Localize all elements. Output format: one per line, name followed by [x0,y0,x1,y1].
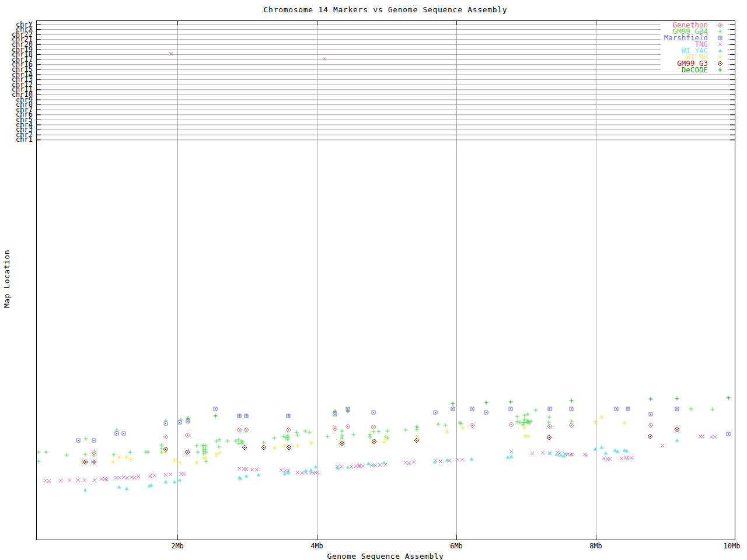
legend-marker-dot [718,48,722,52]
x-axis-tick-label-2Mb: 2Mb [154,542,201,550]
axes [36,20,735,540]
plus-legend-marker-icon [716,66,724,74]
legend-marker-dot [720,24,721,26]
series-genethon [92,422,653,455]
x-axis-title: Genome Sequence Assembly [36,552,735,560]
series-markers [83,415,627,465]
series-marker-dots [78,408,729,441]
x-axis-tick-label-10Mb: 10Mb [708,542,747,550]
x-axis-tick-label-6Mb: 6Mb [433,542,480,550]
series-marker-dots [85,429,678,463]
series-markers [186,396,731,421]
series-wi-rh [83,415,627,465]
series-markers [83,427,679,464]
series-gm99-gb4 [37,407,715,464]
plot-area [0,0,747,560]
series-wi-yac [83,439,679,492]
legend-item-decode: DeCODE [661,66,728,73]
series-decode [186,396,731,421]
series-tng [44,52,717,483]
legend-marker-stroke [718,68,722,72]
gridlines [37,21,734,539]
chart-page: Chromosome 14 Markers vs Genome Sequence… [0,0,747,560]
legend-marker-stroke [718,29,722,33]
y-axis-chromosome-label-chr1: chr1 [16,136,33,143]
legend-marker-stroke [718,55,722,60]
chart-title: Chromosome 14 Markers vs Genome Sequence… [36,5,735,14]
series-marshfield [76,407,730,442]
series-markers [92,422,653,455]
legend-marker-dot [720,37,721,38]
series-markers [37,407,715,464]
legend-marker-stroke [718,43,722,46]
x-axis-tick-label-8Mb: 8Mb [573,542,619,550]
x-axis-tick-label-4Mb: 4Mb [294,542,340,550]
series-markers [76,407,730,442]
plot-border [37,21,735,540]
legend-label: DeCODE [682,66,708,73]
series-markers [44,52,717,483]
legend-marker-dot [720,63,721,64]
series-gm99-g3 [83,427,679,464]
legend: GenethonGM99 GB4MarshfieldTNGWI YACWI RH… [661,21,728,74]
y-axis-title: Map Location [2,250,11,308]
series-marker-dots [83,439,679,492]
